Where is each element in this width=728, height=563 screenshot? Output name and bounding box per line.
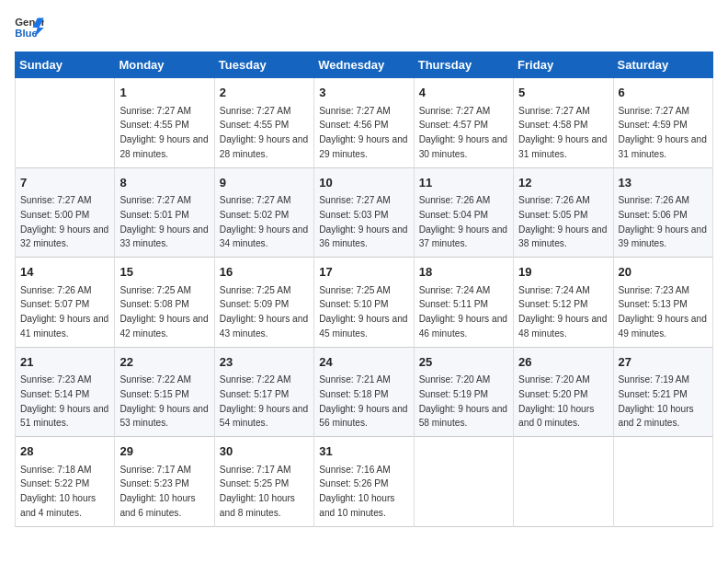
calendar-cell: 14 Sunrise: 7:26 AM Sunset: 5:07 PM Dayl… [16, 258, 115, 348]
day-number: 1 [119, 84, 209, 102]
sunset-text: Sunset: 5:22 PM [20, 478, 89, 488]
daylight-text: Daylight: 9 hours and 31 minutes. [518, 134, 607, 159]
sunset-text: Sunset: 5:08 PM [119, 299, 188, 309]
sunset-text: Sunset: 5:23 PM [119, 478, 188, 488]
daylight-text: Daylight: 9 hours and 31 minutes. [619, 134, 707, 159]
calendar-cell: 19 Sunrise: 7:24 AM Sunset: 5:12 PM Dayl… [514, 258, 613, 348]
daylight-text: Daylight: 9 hours and 32 minutes. [20, 224, 108, 249]
day-number: 3 [319, 84, 408, 102]
daylight-text: Daylight: 10 hours and 6 minutes. [119, 493, 195, 518]
sunrise-text: Sunrise: 7:22 AM [220, 374, 291, 385]
daylight-text: Daylight: 9 hours and 49 minutes. [619, 314, 707, 339]
calendar-cell: 31 Sunrise: 7:16 AM Sunset: 5:26 PM Dayl… [314, 437, 414, 527]
daylight-text: Daylight: 10 hours and 0 minutes. [518, 404, 594, 429]
daylight-text: Daylight: 9 hours and 33 minutes. [119, 224, 208, 249]
daylight-text: Daylight: 10 hours and 10 minutes. [319, 493, 394, 518]
sunrise-text: Sunrise: 7:26 AM [20, 285, 92, 295]
weekday-header-saturday: Saturday [613, 52, 712, 78]
weekday-header-thursday: Thursday [414, 52, 513, 78]
sunset-text: Sunset: 5:06 PM [619, 210, 688, 220]
sunset-text: Sunset: 5:21 PM [619, 389, 688, 399]
day-number: 19 [518, 263, 608, 282]
logo-icon: General Blue [15, 15, 44, 40]
sunrise-text: Sunrise: 7:26 AM [619, 195, 690, 205]
sunset-text: Sunset: 4:55 PM [220, 120, 289, 130]
daylight-text: Daylight: 9 hours and 38 minutes. [518, 224, 607, 249]
calendar-cell: 7 Sunrise: 7:27 AM Sunset: 5:00 PM Dayli… [16, 167, 115, 258]
sunrise-text: Sunrise: 7:26 AM [419, 195, 491, 205]
sunset-text: Sunset: 5:01 PM [119, 210, 188, 220]
sunset-text: Sunset: 5:14 PM [20, 389, 89, 399]
calendar-week-row: 28 Sunrise: 7:18 AM Sunset: 5:22 PM Dayl… [16, 437, 713, 527]
sunset-text: Sunset: 4:58 PM [518, 120, 587, 130]
sunrise-text: Sunrise: 7:18 AM [20, 465, 92, 475]
sunrise-text: Sunrise: 7:20 AM [518, 374, 590, 385]
calendar-cell [414, 437, 513, 527]
sunrise-text: Sunrise: 7:27 AM [319, 195, 391, 205]
daylight-text: Daylight: 9 hours and 54 minutes. [220, 404, 308, 429]
sunrise-text: Sunrise: 7:22 AM [119, 374, 191, 385]
sunset-text: Sunset: 5:07 PM [20, 299, 89, 309]
calendar-cell: 23 Sunrise: 7:22 AM Sunset: 5:17 PM Dayl… [214, 347, 313, 437]
calendar-cell: 15 Sunrise: 7:25 AM Sunset: 5:08 PM Dayl… [115, 258, 214, 348]
calendar-cell [613, 437, 712, 527]
calendar-cell: 11 Sunrise: 7:26 AM Sunset: 5:04 PM Dayl… [414, 167, 513, 258]
sunset-text: Sunset: 5:02 PM [220, 210, 289, 220]
calendar-cell: 4 Sunrise: 7:27 AM Sunset: 4:57 PM Dayli… [414, 78, 513, 168]
sunrise-text: Sunrise: 7:20 AM [419, 374, 491, 385]
sunrise-text: Sunrise: 7:27 AM [319, 106, 391, 116]
daylight-text: Daylight: 9 hours and 58 minutes. [419, 404, 507, 429]
sunrise-text: Sunrise: 7:27 AM [518, 106, 590, 116]
sunset-text: Sunset: 5:18 PM [319, 389, 388, 399]
sunrise-text: Sunrise: 7:16 AM [319, 465, 391, 475]
sunset-text: Sunset: 5:25 PM [220, 478, 289, 488]
sunrise-text: Sunrise: 7:27 AM [119, 195, 191, 205]
daylight-text: Daylight: 9 hours and 39 minutes. [619, 224, 707, 249]
day-number: 13 [619, 174, 708, 192]
day-number: 27 [619, 353, 708, 372]
day-number: 10 [319, 174, 408, 192]
daylight-text: Daylight: 9 hours and 28 minutes. [119, 134, 208, 159]
sunset-text: Sunset: 5:11 PM [419, 299, 488, 309]
day-number: 4 [419, 84, 508, 102]
day-number: 30 [220, 442, 309, 461]
weekday-header-row: SundayMondayTuesdayWednesdayThursdayFrid… [16, 52, 713, 78]
calendar-cell: 5 Sunrise: 7:27 AM Sunset: 4:58 PM Dayli… [514, 78, 613, 168]
daylight-text: Daylight: 10 hours and 8 minutes. [220, 493, 295, 518]
sunrise-text: Sunrise: 7:17 AM [220, 465, 291, 475]
sunrise-text: Sunrise: 7:27 AM [220, 106, 291, 116]
calendar-week-row: 1 Sunrise: 7:27 AM Sunset: 4:55 PM Dayli… [16, 78, 713, 168]
daylight-text: Daylight: 9 hours and 28 minutes. [220, 134, 308, 159]
calendar-cell: 6 Sunrise: 7:27 AM Sunset: 4:59 PM Dayli… [613, 78, 712, 168]
day-number: 7 [20, 174, 109, 192]
calendar-cell: 2 Sunrise: 7:27 AM Sunset: 4:55 PM Dayli… [214, 78, 313, 168]
sunrise-text: Sunrise: 7:27 AM [419, 106, 491, 116]
calendar-cell: 29 Sunrise: 7:17 AM Sunset: 5:23 PM Dayl… [115, 437, 214, 527]
weekday-header-monday: Monday [115, 52, 214, 78]
day-number: 8 [119, 174, 209, 192]
calendar-cell: 26 Sunrise: 7:20 AM Sunset: 5:20 PM Dayl… [514, 347, 613, 437]
day-number: 29 [119, 442, 209, 461]
day-number: 21 [20, 353, 109, 372]
daylight-text: Daylight: 9 hours and 41 minutes. [20, 314, 108, 339]
calendar-cell: 9 Sunrise: 7:27 AM Sunset: 5:02 PM Dayli… [214, 167, 313, 258]
sunset-text: Sunset: 5:09 PM [220, 299, 289, 309]
calendar-week-row: 21 Sunrise: 7:23 AM Sunset: 5:14 PM Dayl… [16, 347, 713, 437]
sunrise-text: Sunrise: 7:27 AM [119, 106, 191, 116]
sunrise-text: Sunrise: 7:24 AM [518, 285, 590, 295]
calendar-cell: 13 Sunrise: 7:26 AM Sunset: 5:06 PM Dayl… [613, 167, 712, 258]
daylight-text: Daylight: 9 hours and 56 minutes. [319, 404, 407, 429]
daylight-text: Daylight: 9 hours and 30 minutes. [419, 134, 507, 159]
sunset-text: Sunset: 4:55 PM [119, 120, 188, 130]
daylight-text: Daylight: 9 hours and 37 minutes. [419, 224, 507, 249]
daylight-text: Daylight: 9 hours and 36 minutes. [319, 224, 407, 249]
day-number: 24 [319, 353, 408, 372]
calendar-cell: 24 Sunrise: 7:21 AM Sunset: 5:18 PM Dayl… [314, 347, 414, 437]
calendar-cell: 21 Sunrise: 7:23 AM Sunset: 5:14 PM Dayl… [16, 347, 115, 437]
day-number: 16 [220, 263, 309, 282]
sunrise-text: Sunrise: 7:27 AM [20, 195, 92, 205]
sunset-text: Sunset: 5:13 PM [619, 299, 688, 309]
daylight-text: Daylight: 9 hours and 53 minutes. [119, 404, 208, 429]
sunset-text: Sunset: 4:57 PM [419, 120, 488, 130]
calendar-cell: 25 Sunrise: 7:20 AM Sunset: 5:19 PM Dayl… [414, 347, 513, 437]
